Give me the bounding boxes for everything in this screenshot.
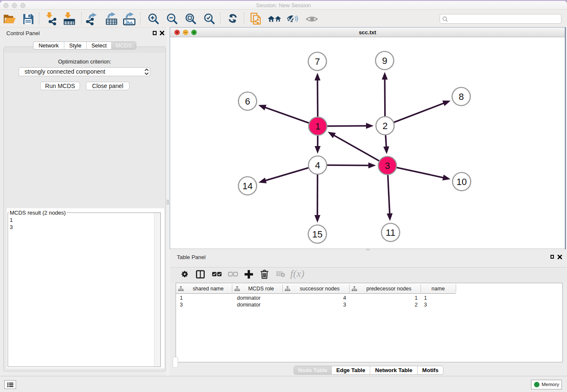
svg-text:3: 3 xyxy=(385,160,390,171)
svg-text:15: 15 xyxy=(312,229,322,240)
svg-text:8: 8 xyxy=(459,91,464,102)
svg-text:10: 10 xyxy=(457,177,467,187)
svg-text:14: 14 xyxy=(242,181,253,191)
svg-text:6: 6 xyxy=(245,96,250,107)
svg-text:2: 2 xyxy=(383,121,388,131)
svg-text:1: 1 xyxy=(315,121,320,132)
svg-text:9: 9 xyxy=(382,55,387,66)
svg-text:11: 11 xyxy=(386,227,396,238)
svg-text:4: 4 xyxy=(315,160,320,171)
svg-text:7: 7 xyxy=(315,56,320,67)
